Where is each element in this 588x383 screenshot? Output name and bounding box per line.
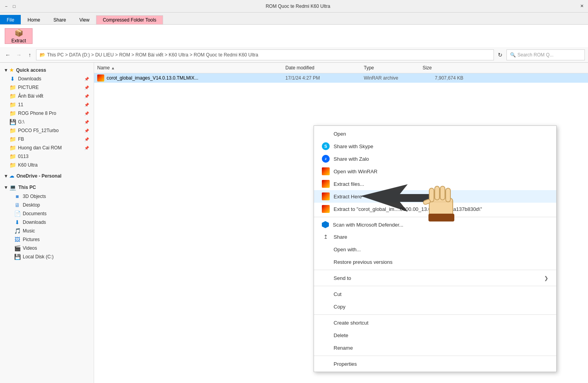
sidebar: ▾ ★ Quick access ⬇ Downloads 📌 📁 PICTURE… xyxy=(0,63,94,383)
winrar-icon xyxy=(322,205,330,213)
sidebar-item-downloads-quick[interactable]: ⬇ Downloads 📌 xyxy=(0,74,94,83)
sidebar-item-3d-objects[interactable]: ■ 3D Objects xyxy=(0,192,94,201)
ctx-item-open[interactable]: Open xyxy=(314,127,556,140)
skype-icon: S xyxy=(322,142,330,150)
ctx-item-copy[interactable]: Copy xyxy=(314,300,556,313)
ctx-item-properties[interactable]: Properties xyxy=(314,358,556,370)
winrar-file-icon xyxy=(97,74,104,82)
tab-home[interactable]: Home xyxy=(21,15,47,24)
sort-arrow-icon: ▲ xyxy=(111,66,115,70)
maximize-icon[interactable]: □ xyxy=(11,3,17,9)
zalo-icon: Z xyxy=(322,155,330,163)
share-icon: ↥ xyxy=(322,233,330,241)
ctx-item-extract-here[interactable]: Extract Here xyxy=(314,190,556,203)
sidebar-item-music[interactable]: 🎵 Music xyxy=(0,227,94,235)
ribbon: File Home Share View Compressed Folder T… xyxy=(0,13,588,47)
sidebar-section-quick-access[interactable]: ▾ ★ Quick access xyxy=(0,66,94,74)
col-header-size[interactable]: Size xyxy=(419,64,466,71)
sidebar-item-poco[interactable]: 📁 POCO F5_12Turbo 📌 xyxy=(0,126,94,135)
tab-compressed-folder-tools[interactable]: Compressed Folder Tools xyxy=(96,15,163,25)
ctx-item-share-skype[interactable]: S Share with Skype xyxy=(314,140,556,152)
folder-icon: 📁 xyxy=(9,127,16,134)
ctx-item-delete[interactable]: Delete xyxy=(314,329,556,341)
pin-icon: 📌 xyxy=(84,103,89,107)
ctx-item-cut[interactable]: Cut xyxy=(314,288,556,300)
disk-icon: 💾 xyxy=(14,254,20,260)
onedrive-icon: ☁ xyxy=(9,173,14,179)
ctx-item-extract-files[interactable]: Extract files... xyxy=(314,178,556,190)
ctx-item-restore-versions[interactable]: Restore previous versions xyxy=(314,256,556,268)
pin-icon: 📌 xyxy=(84,137,89,142)
minimize-icon[interactable]: − xyxy=(3,3,9,9)
forward-button[interactable]: → xyxy=(14,50,24,60)
ctx-item-create-shortcut[interactable]: Create shortcut xyxy=(314,316,556,329)
sidebar-item-pictures[interactable]: 🖼 Pictures xyxy=(0,235,94,244)
ctx-separator-1 xyxy=(314,217,556,217)
music-icon: 🎵 xyxy=(14,228,20,234)
tab-file[interactable]: File xyxy=(0,15,21,24)
rename-icon xyxy=(322,344,330,352)
folder-icon: 📁 xyxy=(9,102,16,108)
submenu-arrow-icon: ❯ xyxy=(544,275,548,281)
sidebar-item-desktop[interactable]: 🖥 Desktop xyxy=(0,201,94,209)
folder-icon: 📁 xyxy=(9,162,16,168)
sidebar-section-this-pc[interactable]: ▾ 💻 This PC xyxy=(0,183,94,192)
context-menu: Open S Share with Skype Z Share with Zal… xyxy=(314,125,557,372)
folder-icon: 📁 xyxy=(9,93,16,99)
download-icon: ⬇ xyxy=(14,219,20,225)
refresh-button[interactable]: ↻ xyxy=(495,50,505,60)
sidebar-item-picture[interactable]: 📁 PICTURE 📌 xyxy=(0,83,94,92)
sidebar-item-rog-phone[interactable]: 📁 ROG Phone 8 Pro 📌 xyxy=(0,109,94,118)
file-list-header: Name ▲ Date modified Type Size xyxy=(94,63,588,73)
documents-icon: 📄 xyxy=(14,211,20,217)
back-button[interactable]: ← xyxy=(3,50,13,60)
ctx-item-rename[interactable]: Rename xyxy=(314,341,556,354)
shortcut-icon xyxy=(322,319,330,327)
tab-view[interactable]: View xyxy=(73,15,96,24)
desktop-icon: 🖥 xyxy=(14,202,20,208)
sidebar-item-k60-ultra[interactable]: 📁 K60 Ultra xyxy=(0,161,94,169)
address-path[interactable]: 📂 This PC > DATA (D:) > DU LIEU > ROM > … xyxy=(36,49,494,60)
ctx-item-send-to[interactable]: Send to ❯ xyxy=(314,272,556,284)
folder-icon: 📁 xyxy=(9,84,16,91)
ctx-item-extract-to[interactable]: Extract to "corot_global_im....0000.00_1… xyxy=(314,203,556,215)
up-button[interactable]: ↑ xyxy=(25,50,34,60)
pin-icon: 📌 xyxy=(84,111,89,116)
videos-icon: 🎬 xyxy=(14,245,20,251)
ctx-item-share-zalo[interactable]: Z Share with Zalo xyxy=(314,152,556,165)
cut-icon xyxy=(322,290,330,298)
sidebar-item-g-drive[interactable]: 💾 G:\ 📌 xyxy=(0,118,94,126)
window-title: ROM Quoc te Redmi K60 Ultra xyxy=(17,4,579,9)
ctx-item-defender[interactable]: Scan with Microsoft Defender... xyxy=(314,219,556,231)
sidebar-item-local-disk[interactable]: 💾 Local Disk (C:) xyxy=(0,252,94,261)
col-header-type[interactable]: Type xyxy=(361,64,419,71)
pin-icon: 📌 xyxy=(84,129,89,133)
close-icon[interactable]: ✕ xyxy=(579,3,585,9)
title-bar-controls[interactable]: − □ xyxy=(3,3,17,9)
sidebar-item-anh-bai-viet[interactable]: 📁 Ảnh Bài viết 📌 xyxy=(0,92,94,100)
file-name-cell: corot_global_images_V14.0.13.0.TMLMIX... xyxy=(94,74,282,82)
col-header-date[interactable]: Date modified xyxy=(282,64,361,71)
sidebar-item-11[interactable]: 📁 11 📌 xyxy=(0,100,94,109)
sidebar-section-onedrive[interactable]: ▾ ☁ OneDrive - Personal xyxy=(0,172,94,180)
ctx-item-open-with[interactable]: Open with... xyxy=(314,243,556,256)
winrar-icon xyxy=(322,167,330,175)
ctx-separator-2 xyxy=(314,270,556,270)
sidebar-item-0113[interactable]: 📁 0113 xyxy=(0,152,94,161)
sidebar-item-huong-dan[interactable]: 📁 Huong dan Cai ROM 📌 xyxy=(0,143,94,152)
ctx-separator-3 xyxy=(314,286,556,286)
sidebar-item-documents[interactable]: 📄 Documents xyxy=(0,209,94,218)
search-box[interactable]: 🔍 Search ROM Q... xyxy=(506,49,585,60)
extract-button[interactable]: 📦 Extract xyxy=(5,28,33,44)
table-row[interactable]: corot_global_images_V14.0.13.0.TMLMIX...… xyxy=(94,73,588,83)
open-with-icon xyxy=(322,245,330,253)
tab-share[interactable]: Share xyxy=(47,15,73,24)
properties-icon xyxy=(322,360,330,368)
open-icon xyxy=(322,130,330,138)
sidebar-item-videos[interactable]: 🎬 Videos xyxy=(0,244,94,252)
sidebar-item-fb[interactable]: 📁 FB 📌 xyxy=(0,135,94,143)
sidebar-item-downloads[interactable]: ⬇ Downloads xyxy=(0,218,94,227)
ctx-item-open-winrar[interactable]: Open with WinRAR xyxy=(314,165,556,178)
ctx-item-share[interactable]: ↥ Share xyxy=(314,231,556,243)
col-header-name[interactable]: Name ▲ xyxy=(94,64,282,71)
